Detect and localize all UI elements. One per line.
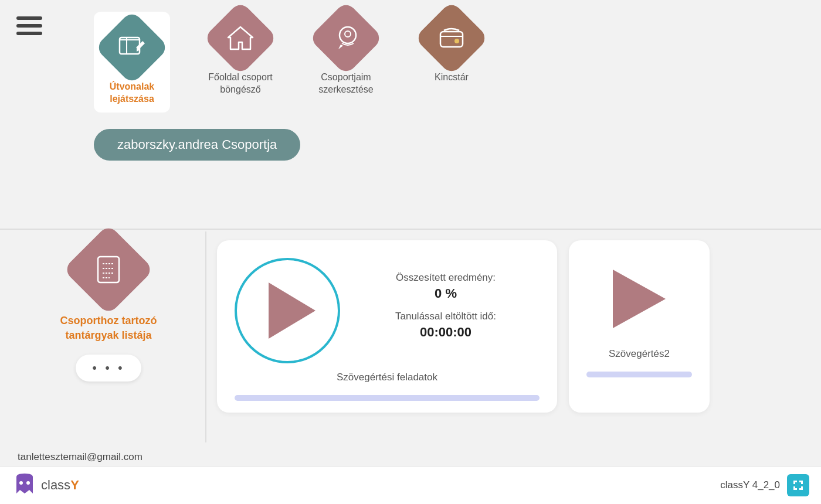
nav-item-csoportjaim[interactable]: Csoportjaim szerkesztése: [311, 12, 381, 96]
nav-item-utvonalak[interactable]: Útvonalak lejátszása: [94, 12, 170, 113]
kincslar-icon: [414, 1, 488, 75]
hamburger-line-1: [16, 16, 42, 20]
card-szovegertes1: Összesített eredmény: 0 % Tanulással elt…: [217, 240, 557, 413]
top-navigation: Útvonalak lejátszása Főoldal csoport bön…: [94, 12, 487, 113]
card-stats-1: Összesített eredmény: 0 % Tanulással elt…: [352, 272, 540, 349]
classy-logo-icon: [12, 472, 38, 498]
subjects-list-label: Csoporthoz tartozó tantárgyak listája: [60, 314, 157, 343]
email-label: tanlettesztemail@gmail.com: [18, 451, 143, 463]
footer: classY classY 4_2_0: [0, 466, 821, 504]
footer-right: classY 4_2_0: [720, 474, 809, 496]
stat1-value: 0 %: [352, 286, 540, 301]
stat2-value: 00:00:00: [352, 325, 540, 340]
play-triangle-icon-1: [269, 282, 315, 339]
hamburger-menu[interactable]: [16, 16, 42, 35]
fooldal-icon: [203, 1, 277, 75]
card-szovegertes2: Szövegértés2: [569, 240, 710, 413]
card-inner: Összesített eredmény: 0 % Tanulással elt…: [235, 258, 540, 363]
svg-point-10: [454, 39, 459, 43]
svg-rect-11: [98, 257, 119, 282]
footer-logo: classY: [12, 472, 79, 498]
footer-logo-text: classY: [41, 478, 79, 493]
stat2-label: Tanulással eltöltött idő:: [352, 311, 540, 322]
card1-title: Szövegértési feladatok: [337, 372, 437, 383]
horizontal-divider: [0, 229, 821, 230]
nav-label-fooldal: Főoldal csoport böngésző: [208, 71, 272, 96]
csoportjaim-icon: [308, 1, 383, 75]
nav-item-kincslar[interactable]: Kincstár: [416, 12, 487, 84]
hamburger-line-3: [16, 32, 42, 35]
expand-icon: [792, 479, 804, 491]
card2-title: Szövegértés2: [609, 348, 670, 360]
subjects-list-icon: [63, 224, 154, 315]
play-triangle-icon-2[interactable]: [613, 270, 666, 328]
more-options-button[interactable]: • • •: [76, 355, 141, 382]
stat1-label: Összesített eredmény:: [352, 272, 540, 284]
progress-bar-wrap-1: [235, 395, 540, 401]
group-pill: zaborszky.andrea Csoportja: [94, 129, 300, 161]
nav-item-fooldal[interactable]: Főoldal csoport böngésző: [205, 12, 276, 96]
svg-point-16: [19, 481, 23, 485]
nav-label-kincslar: Kincstár: [435, 71, 469, 84]
vertical-divider: [205, 231, 206, 442]
svg-point-7: [340, 27, 356, 43]
expand-button[interactable]: [787, 474, 809, 496]
nav-label-utvonalak: Útvonalak lejátszása: [110, 81, 154, 105]
utvonalak-icon: [94, 10, 169, 84]
footer-version: classY 4_2_0: [720, 479, 780, 491]
bottom-left-panel: Csoporthoz tartozó tantárgyak listája • …: [18, 237, 199, 382]
nav-label-csoportjaim: Csoportjaim szerkesztése: [318, 71, 373, 96]
cards-area: Összesített eredmény: 0 % Tanulással elt…: [217, 240, 809, 413]
svg-point-8: [345, 31, 351, 37]
svg-marker-6: [228, 27, 253, 49]
svg-point-17: [26, 481, 30, 485]
progress-bar-wrap-2: [586, 372, 692, 377]
hamburger-line-2: [16, 24, 42, 28]
svg-rect-9: [440, 32, 463, 47]
play-button-1[interactable]: [235, 258, 340, 363]
svg-marker-4: [137, 42, 145, 50]
